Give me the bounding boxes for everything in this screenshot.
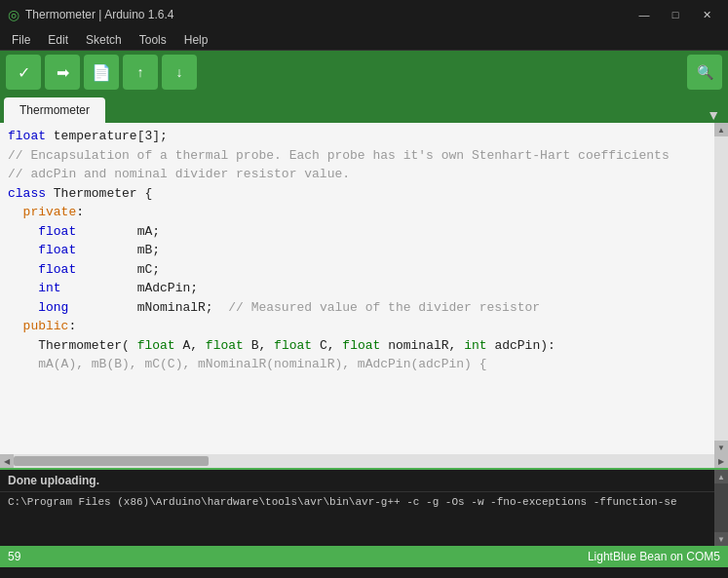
- tabbar: Thermometer ▼: [0, 94, 728, 123]
- vertical-scrollbar[interactable]: ▲ ▼: [714, 123, 728, 454]
- console-scroll-up[interactable]: ▲: [714, 470, 728, 483]
- scroll-up-arrow[interactable]: ▲: [714, 123, 728, 136]
- menu-help[interactable]: Help: [176, 31, 216, 49]
- menu-edit[interactable]: Edit: [40, 31, 76, 49]
- titlebar-left: ◎ Thermometer | Arduino 1.6.4: [8, 7, 174, 22]
- app-logo: ◎: [8, 7, 19, 22]
- hscroll-thumb[interactable]: [14, 456, 209, 466]
- minimize-button[interactable]: —: [631, 6, 658, 23]
- console: Done uploading. C:\Program Files (x86)\A…: [0, 468, 728, 546]
- menubar: File Edit Sketch Tools Help: [0, 29, 728, 51]
- titlebar-controls: — □ ✕: [631, 6, 720, 23]
- verify-button[interactable]: ✓: [6, 55, 41, 90]
- code-area[interactable]: float temperature[3];// Encapsulation of…: [0, 123, 714, 454]
- scroll-track[interactable]: [714, 136, 728, 441]
- hscroll-left-arrow[interactable]: ◀: [0, 454, 14, 468]
- editor: float temperature[3];// Encapsulation of…: [0, 123, 728, 454]
- save-button[interactable]: ↓: [162, 55, 197, 90]
- hscroll-track[interactable]: [14, 454, 714, 468]
- new-button[interactable]: 📄: [84, 55, 119, 90]
- tab-dropdown-button[interactable]: ▼: [707, 107, 720, 123]
- menu-tools[interactable]: Tools: [132, 31, 174, 49]
- window-title: Thermometer | Arduino 1.6.4: [25, 8, 174, 21]
- horizontal-scrollbar[interactable]: ◀ ▶: [0, 454, 728, 468]
- menu-file[interactable]: File: [4, 31, 38, 49]
- toolbar: ✓ ➡ 📄 ↑ ↓ 🔍: [0, 51, 728, 94]
- console-output: C:\Program Files (x86)\Arduino\hardware\…: [8, 496, 707, 508]
- console-body: C:\Program Files (x86)\Arduino\hardware\…: [0, 492, 714, 545]
- console-scrollbar[interactable]: ▲ ▼: [714, 470, 728, 546]
- status-port: LightBlue Bean on COM5: [588, 550, 720, 563]
- titlebar: ◎ Thermometer | Arduino 1.6.4 — □ ✕: [0, 0, 728, 29]
- console-scroll-track[interactable]: [714, 483, 728, 532]
- scroll-down-arrow[interactable]: ▼: [714, 441, 728, 454]
- upload-button[interactable]: ➡: [45, 55, 80, 90]
- hscroll-right-arrow[interactable]: ▶: [714, 454, 728, 468]
- search-button[interactable]: 🔍: [687, 55, 722, 90]
- menu-sketch[interactable]: Sketch: [78, 31, 130, 49]
- status-line-number: 59: [8, 550, 20, 563]
- maximize-button[interactable]: □: [662, 6, 689, 23]
- console-header: Done uploading.: [0, 470, 714, 492]
- active-tab[interactable]: Thermometer: [4, 97, 105, 123]
- open-button[interactable]: ↑: [123, 55, 158, 90]
- statusbar: 59 LightBlue Bean on COM5: [0, 546, 728, 567]
- close-button[interactable]: ✕: [693, 6, 720, 23]
- console-scroll-down[interactable]: ▼: [714, 532, 728, 546]
